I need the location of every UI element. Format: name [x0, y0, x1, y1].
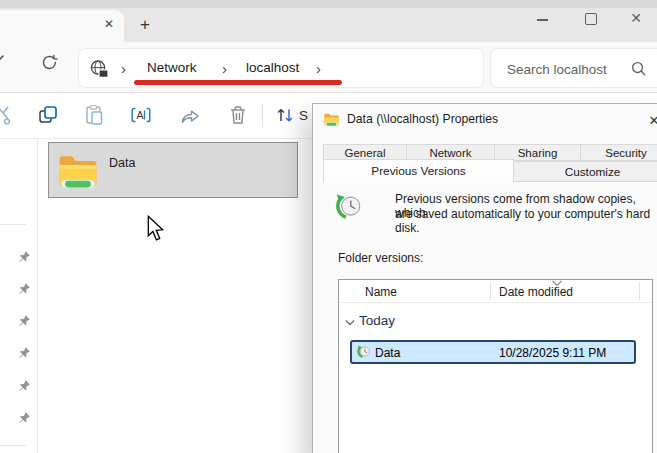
pin-icon[interactable]	[18, 250, 31, 263]
group-header-today[interactable]: Today	[359, 313, 395, 328]
sort-direction-icon	[551, 279, 563, 288]
minimize-button[interactable]	[537, 19, 548, 21]
folder-versions-label: Folder versions:	[338, 251, 423, 265]
version-row-selected[interactable]: Data 10/28/2025 9:11 PM	[350, 340, 636, 364]
pin-icon[interactable]	[18, 379, 31, 392]
folder-tile-data[interactable]: Data	[48, 142, 298, 198]
window-top-edge	[0, 0, 657, 8]
maximize-button[interactable]	[585, 13, 597, 25]
column-divider[interactable]	[639, 282, 640, 300]
rename-icon[interactable]: A	[130, 104, 152, 126]
description-line-2: are saved automatically to your computer…	[395, 207, 657, 235]
copy-icon[interactable]	[37, 104, 59, 126]
sidebar-separator	[0, 224, 26, 225]
delete-icon[interactable]	[227, 104, 249, 126]
annotation-red-underline	[134, 80, 342, 85]
breadcrumb-chevron: ›	[222, 60, 227, 77]
network-location-icon	[89, 59, 109, 79]
folder-icon-small	[323, 111, 340, 128]
toolbar-separator	[262, 104, 263, 126]
header-underline	[339, 302, 652, 303]
tab-customize[interactable]: Customize	[513, 161, 657, 182]
version-date-modified: 10/28/2025 9:11 PM	[499, 346, 606, 360]
breadcrumb-chevron[interactable]: ›	[316, 60, 321, 77]
column-header-name[interactable]: Name	[365, 285, 397, 299]
pin-icon[interactable]	[18, 282, 31, 295]
pin-icon[interactable]	[18, 346, 31, 359]
group-collapse-icon[interactable]	[344, 317, 356, 329]
search-box[interactable]	[490, 48, 657, 88]
pin-icon[interactable]	[18, 314, 31, 327]
new-tab-button[interactable]: +	[134, 14, 156, 36]
breadcrumb-chevron: ›	[121, 60, 126, 77]
pin-icon[interactable]	[18, 411, 31, 424]
tab-close-icon[interactable]: ✕	[100, 15, 118, 33]
refresh-icon[interactable]	[40, 53, 59, 72]
folder-tile-label: Data	[109, 156, 135, 170]
share-icon[interactable]	[179, 104, 201, 126]
breadcrumb-network[interactable]: Network	[147, 60, 197, 75]
divider	[0, 92, 657, 93]
cut-icon[interactable]	[0, 104, 14, 126]
properties-dialog: Data (\\localhost) Properties ✕ General …	[312, 103, 657, 453]
svg-text:A: A	[137, 109, 144, 121]
breadcrumb-localhost[interactable]: localhost	[246, 60, 299, 75]
file-explorer-window: ✕ + ✕ › Network › localhost ›	[0, 0, 657, 453]
search-input[interactable]	[505, 49, 629, 89]
folder-versions-list: Name Date modified Today Data 10/2	[338, 279, 653, 453]
dialog-title: Data (\\localhost) Properties	[347, 112, 498, 126]
column-divider[interactable]	[490, 282, 491, 300]
paste-icon[interactable]	[83, 104, 105, 126]
up-arrow-icon[interactable]	[0, 53, 10, 69]
sidebar-divider	[37, 139, 38, 453]
tab-security[interactable]: Security	[580, 144, 657, 161]
sort-icon[interactable]	[275, 105, 295, 125]
previous-versions-icon	[335, 193, 363, 221]
dialog-close-icon[interactable]: ✕	[645, 111, 657, 129]
tab-previous-versions[interactable]: Previous Versions	[323, 159, 514, 183]
search-icon	[630, 60, 647, 77]
sort-button-label[interactable]: S	[299, 108, 308, 123]
folder-icon	[56, 149, 100, 193]
mouse-cursor	[147, 215, 165, 242]
sidebar-separator	[0, 445, 26, 446]
close-button[interactable]: ✕	[627, 9, 645, 27]
version-name: Data	[375, 346, 400, 360]
previous-version-item-icon	[357, 345, 371, 359]
